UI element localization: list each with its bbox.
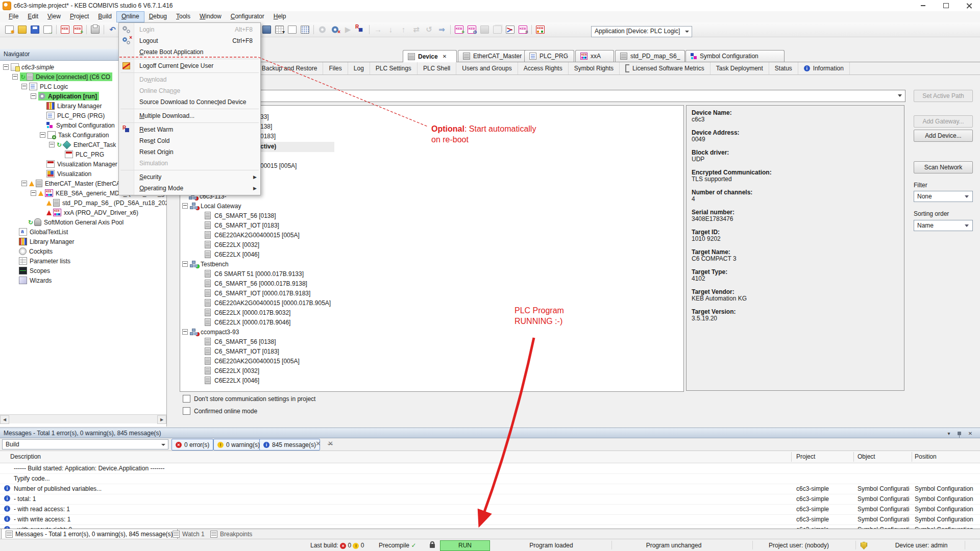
menubar-item-configurator[interactable]: Configurator xyxy=(226,11,269,22)
chevron-down-icon[interactable]: ▾ xyxy=(945,430,952,437)
step1-icon[interactable]: → xyxy=(372,24,384,35)
menubar-item-project[interactable]: Project xyxy=(65,11,93,22)
menu-item-create-boot-application[interactable]: Create Boot Application xyxy=(119,46,260,58)
gateway-item[interactable]: Local Gateway xyxy=(180,201,683,211)
close-icon[interactable]: ✕ xyxy=(967,430,974,437)
application-combo[interactable]: Application [Device: PLC Logic] xyxy=(591,26,692,37)
message-row[interactable]: i- with write access: 1c6c3-simpleSymbol… xyxy=(0,514,980,525)
checkbox[interactable] xyxy=(183,407,190,415)
info-filter-badge[interactable]: i845 message(s) xyxy=(259,439,320,450)
navigator-item[interactable]: Cockpits xyxy=(0,246,166,256)
navigator-item[interactable]: Scopes xyxy=(0,266,166,276)
network-device-item[interactable]: C6E22LX [0000.017B.9032] xyxy=(180,308,683,317)
scroll-right-icon[interactable]: ▶ xyxy=(157,415,166,424)
step5-icon[interactable]: ↺ xyxy=(423,24,435,35)
menubar-item-file[interactable]: File xyxy=(4,11,23,22)
subtab-plc-shell[interactable]: PLC Shell xyxy=(418,62,456,74)
col-position[interactable]: Position xyxy=(915,453,937,460)
rstop-icon[interactable]: R■ xyxy=(355,24,366,35)
clear-messages-icon[interactable]: ✕ xyxy=(315,440,321,447)
subtab-files[interactable]: Files xyxy=(323,62,348,74)
keb-doc-add-icon[interactable]: + xyxy=(72,24,84,35)
message-row[interactable]: ------ Build started: Application: Devic… xyxy=(0,463,980,474)
open-icon[interactable] xyxy=(16,24,28,35)
navigator-item[interactable]: Parameter lists xyxy=(0,256,166,266)
menu-item-operating-mode[interactable]: Operating Mode▶ xyxy=(119,183,260,194)
menubar-item-debug[interactable]: Debug xyxy=(144,11,172,22)
subtab-status[interactable]: Status xyxy=(769,62,798,74)
menu-item-logoff-current-device-user[interactable]: Logoff Current Device User xyxy=(119,60,260,71)
message-category-combo[interactable]: Build xyxy=(2,439,168,449)
menu-item-online-change[interactable]: Online Change xyxy=(119,85,260,96)
subtab-backup-and-restore[interactable]: Backup and Restore xyxy=(256,62,324,74)
undo-icon[interactable]: ↶ xyxy=(107,24,118,35)
menubar-item-tools[interactable]: Tools xyxy=(172,11,195,22)
network-device-item[interactable]: C6E22LX [0046] xyxy=(180,375,683,385)
navigator-item[interactable]: GlobalTextList xyxy=(0,227,166,237)
navigator-item[interactable]: std_PD_map_S6_ (PD_S6A_ru18_2024 xyxy=(0,198,166,208)
network-device-item[interactable]: C6E22LX [0046] xyxy=(180,249,683,259)
navigator-item[interactable]: Library Manager xyxy=(0,237,166,246)
gateway-item[interactable]: ccompact3-93 xyxy=(180,327,683,337)
set-active-path-button[interactable]: Set Active Path xyxy=(914,90,973,102)
expand-minus-icon[interactable] xyxy=(3,64,9,70)
filter-select[interactable]: None xyxy=(914,191,973,202)
step4-icon[interactable]: ⇄ xyxy=(410,24,422,35)
expand-minus-icon[interactable] xyxy=(40,132,45,138)
tab-xxa[interactable]: xxA xyxy=(575,50,614,62)
sorting-order-select[interactable]: Name xyxy=(914,220,973,231)
tab-plc-prg[interactable]: PLC_PRG xyxy=(524,50,574,62)
checkbox[interactable] xyxy=(183,395,190,403)
network-device-item[interactable]: C6_SMART_56 [0138] xyxy=(180,337,683,346)
keb-doc-icon[interactable] xyxy=(59,24,71,35)
pin-icon[interactable] xyxy=(955,430,963,437)
expand-minus-icon[interactable] xyxy=(21,84,27,89)
col-object[interactable]: Object xyxy=(857,453,875,460)
message-row[interactable]: iNumber of published variables...c6c3-si… xyxy=(0,484,980,494)
bottom-tab-messages[interactable]: Messages - Total 1 error(s), 0 warning(s… xyxy=(1,529,178,539)
network-device-item[interactable]: C6E220AK2G00400015 [005A] xyxy=(180,356,683,366)
network-device-item[interactable]: C6E22LX [0032] xyxy=(180,366,683,375)
menu-item-simulation[interactable]: Simulation xyxy=(119,158,260,169)
network-device-item[interactable]: C6 SMART 51 [0000.017B.9133] xyxy=(180,269,683,279)
menubar-item-online[interactable]: Online xyxy=(116,11,144,22)
gateway-item[interactable]: Testbench xyxy=(180,259,683,269)
navigator-item[interactable]: Wizards xyxy=(0,276,166,285)
scan-network-button[interactable]: Scan Network xyxy=(914,161,973,173)
new-icon[interactable]: ✱ xyxy=(4,24,15,35)
expand-minus-icon[interactable] xyxy=(31,93,36,99)
expand-minus-icon[interactable] xyxy=(182,203,188,209)
menu-item-reset-warm[interactable]: RReset Warm xyxy=(119,124,260,135)
menubar-item-help[interactable]: Help xyxy=(269,11,291,22)
clear-all-messages-icon[interactable]: ✕̶ xyxy=(328,440,333,447)
network-device-item[interactable]: C6E220AK2G00400015 [005A] xyxy=(180,230,683,240)
minimize-button[interactable] xyxy=(912,0,935,11)
network-device-item[interactable]: C6E22LX [0000.017B.9046] xyxy=(180,317,683,327)
menu-item-source-download-to-connected-device[interactable]: Source Download to Connected Device xyxy=(119,96,260,108)
page2-icon[interactable] xyxy=(286,24,298,35)
keb-list-icon[interactable]: ≡ xyxy=(517,24,529,35)
expand-minus-icon[interactable] xyxy=(49,142,55,147)
col-description[interactable]: Description xyxy=(10,453,41,460)
add-gateway--button[interactable]: Add Gateway... xyxy=(914,115,973,128)
network-device-item[interactable]: C6E220AK2G00400015 [0000.017B.905A] xyxy=(180,298,683,308)
gear-icon[interactable] xyxy=(316,24,328,35)
network-device-item[interactable]: C6_SMART_IOT [0183] xyxy=(180,346,683,356)
subtab-plc-settings[interactable]: PLC Settings xyxy=(370,62,418,74)
subtab-access-rights[interactable]: Access Rights xyxy=(518,62,569,74)
keb-add-icon[interactable]: + xyxy=(453,24,465,35)
scroll-left-icon[interactable]: ◀ xyxy=(0,415,9,424)
maximize-button[interactable] xyxy=(935,0,958,11)
archive-icon[interactable] xyxy=(261,24,273,35)
navigator-item[interactable]: xxA (PRO_ADV_Driver_x6) xyxy=(0,208,166,217)
grid-dd-icon[interactable]: ▾ xyxy=(274,24,285,35)
save-icon[interactable] xyxy=(29,24,41,35)
expand-minus-icon[interactable] xyxy=(31,190,36,196)
menu-item-download[interactable]: Download xyxy=(119,74,260,85)
go-icon[interactable]: ⇒ xyxy=(436,24,448,35)
message-row[interactable]: i- with read access: 1c6c3-simpleSymbol … xyxy=(0,504,980,515)
expand-minus-icon[interactable] xyxy=(182,329,188,335)
menubar-item-window[interactable]: Window xyxy=(195,11,226,22)
subtab-information[interactable]: iInformation xyxy=(798,62,850,74)
navigator-item[interactable]: ↻SoftMotion General Axis Pool xyxy=(0,217,166,227)
